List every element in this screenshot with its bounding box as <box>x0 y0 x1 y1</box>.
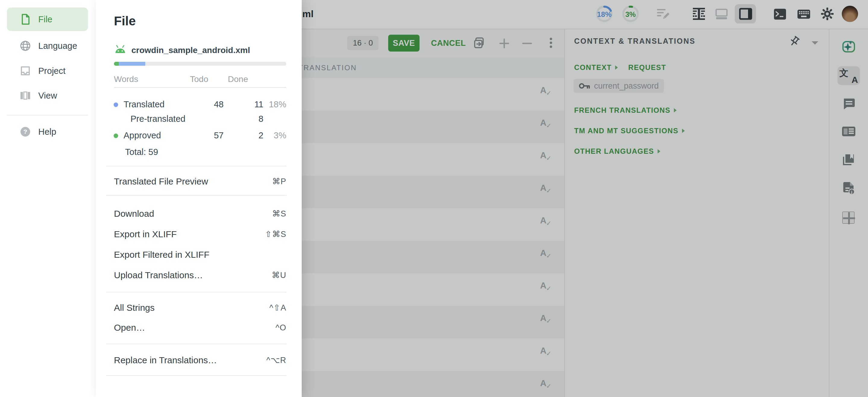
more-options-button[interactable] <box>546 36 556 50</box>
stats-header-row: Words Todo Done <box>114 74 286 84</box>
string-key-label: current_password <box>594 82 659 91</box>
unpin-panel-button[interactable] <box>787 34 802 50</box>
menu-item-all-strings[interactable]: All Strings ^⇧A <box>114 299 286 317</box>
sidebar-item-view[interactable]: View <box>0 86 96 105</box>
approved-progress-ring: 3% <box>621 5 640 23</box>
menu-item-download[interactable]: Download ⌘S <box>114 205 286 223</box>
sidebar-divider <box>7 115 88 116</box>
spellcheck-icon[interactable]: A✓ <box>539 378 553 392</box>
menu-divider <box>106 195 287 196</box>
section-tm-mt-suggestions[interactable]: TM AND MT SUGGESTIONS <box>574 127 685 135</box>
translations-tab-button[interactable]: 文 A <box>839 67 859 84</box>
edit-lines-pencil-icon <box>656 7 670 21</box>
panel-options-dropdown[interactable] <box>809 38 820 47</box>
keyboard-icon <box>796 7 811 22</box>
context-panel-title: CONTEXT & TRANSLATIONS <box>574 37 695 45</box>
comments-tab-button[interactable] <box>841 96 856 111</box>
approved-percent-label: 3% <box>621 10 640 19</box>
menu-divider <box>106 166 287 166</box>
plus-icon <box>498 37 510 50</box>
terminal-icon <box>772 7 787 22</box>
remove-string-button[interactable] <box>521 37 533 50</box>
key-icon <box>578 81 590 91</box>
stats-row-translated: Translated 48 11 18% <box>96 99 302 110</box>
current-file-name: crowdin_sample_android.xml <box>131 45 250 55</box>
file-menu-panel <box>96 0 302 397</box>
stats-col-done: Done <box>228 74 248 84</box>
settings-button[interactable] <box>820 7 834 21</box>
section-arrow-icon <box>674 108 677 113</box>
section-arrow-icon <box>682 129 685 133</box>
topbar-filename-fragment: ml <box>302 0 313 28</box>
comment-icon <box>841 96 856 111</box>
translate-icon: 文 <box>839 67 848 79</box>
save-button[interactable]: SAVE <box>388 35 420 52</box>
menu-item-export-xliff[interactable]: Export in XLIFF ⇧⌘S <box>114 225 286 243</box>
menu-item-open[interactable]: Open… ^O <box>114 318 286 337</box>
spellcheck-icon[interactable]: A✓ <box>539 313 553 327</box>
copy-icon <box>473 36 486 50</box>
bottom-panel-view-button[interactable] <box>715 7 728 21</box>
spellcheck-icon[interactable]: A✓ <box>539 281 553 294</box>
pushpin-icon <box>787 34 802 50</box>
gear-icon <box>820 7 834 21</box>
svg-text:?: ? <box>24 128 27 135</box>
menu-item-translated-file-preview[interactable]: Translated File Preview ⌘P <box>114 173 286 190</box>
file-progress-bar <box>114 62 286 66</box>
spellcheck-icon[interactable]: A✓ <box>539 183 553 196</box>
add-string-button[interactable] <box>498 37 510 50</box>
menu-divider <box>106 292 287 293</box>
translation-column-header: TRANSLATION <box>299 57 357 78</box>
spellcheck-icon[interactable]: A✓ <box>539 216 553 229</box>
spellcheck-icon[interactable]: A✓ <box>539 118 553 131</box>
context-arrow-icon <box>615 65 618 70</box>
console-button[interactable] <box>772 7 787 22</box>
sidebar-item-file[interactable]: File <box>0 9 96 29</box>
file-info-tab-button[interactable] <box>841 181 856 196</box>
user-avatar[interactable] <box>842 6 858 22</box>
menu-divider <box>106 375 287 376</box>
book-bookmark-icon <box>841 153 856 167</box>
menu-item-upload-translations[interactable]: Upload Translations… ⌘U <box>114 266 286 284</box>
ai-assistant-button[interactable] <box>841 38 857 55</box>
right-panel-view-button[interactable] <box>738 7 753 21</box>
request-context-link[interactable]: REQUEST <box>628 63 666 72</box>
minus-icon <box>521 37 533 50</box>
context-tab-button[interactable] <box>841 124 857 139</box>
spellcheck-icon[interactable]: A✓ <box>539 248 553 261</box>
progress-translated-segment <box>119 62 145 66</box>
stats-row-total: Total: 59 <box>96 147 302 157</box>
edit-translation-button[interactable] <box>656 7 670 21</box>
sidebar-item-language[interactable]: Language <box>0 36 96 56</box>
sidebar-item-help[interactable]: ? Help <box>0 122 96 142</box>
ai-sparkle-icon <box>841 38 857 55</box>
stats-col-words: Words <box>114 74 138 84</box>
spellcheck-icon[interactable]: A✓ <box>539 85 553 98</box>
spellcheck-icon[interactable]: A✓ <box>539 150 553 164</box>
translated-progress-ring: 18% <box>595 5 613 23</box>
translated-percent-label: 18% <box>595 10 613 19</box>
menu-item-replace-in-translations[interactable]: Replace in Translations… ^⌥R <box>114 351 286 369</box>
add-panel-button[interactable] <box>842 212 855 224</box>
copy-string-button[interactable] <box>473 36 486 50</box>
stats-header-underline <box>114 87 286 88</box>
current-file-row: crowdin_sample_android.xml <box>114 42 250 59</box>
crowdin-editor-window: ml 16 · 0 SAVE CANCEL TRANSLATION A <box>0 0 868 397</box>
side-by-side-view-button[interactable] <box>691 6 707 22</box>
context-link[interactable]: CONTEXT <box>574 63 612 72</box>
cancel-button[interactable]: CANCEL <box>429 35 468 52</box>
bottom-panel-icon <box>715 7 728 21</box>
help-icon: ? <box>19 126 31 138</box>
approved-dot-icon <box>114 133 118 138</box>
section-french-translations[interactable]: FRENCH TRANSLATIONS <box>574 106 677 115</box>
side-by-side-icon <box>691 6 707 22</box>
context-request-row: CONTEXT REQUEST <box>574 63 666 72</box>
section-other-languages[interactable]: OTHER LANGUAGES <box>574 147 660 156</box>
article-card-icon <box>841 124 857 139</box>
keyboard-shortcuts-button[interactable] <box>796 7 811 22</box>
spellcheck-icon[interactable]: A✓ <box>539 346 553 359</box>
glossary-tab-button[interactable] <box>841 153 856 167</box>
sidebar-item-project[interactable]: Project <box>0 61 96 81</box>
string-counter-chip: 16 · 0 <box>347 36 378 50</box>
menu-item-export-filtered-xliff[interactable]: Export Filtered in XLIFF <box>114 246 286 264</box>
